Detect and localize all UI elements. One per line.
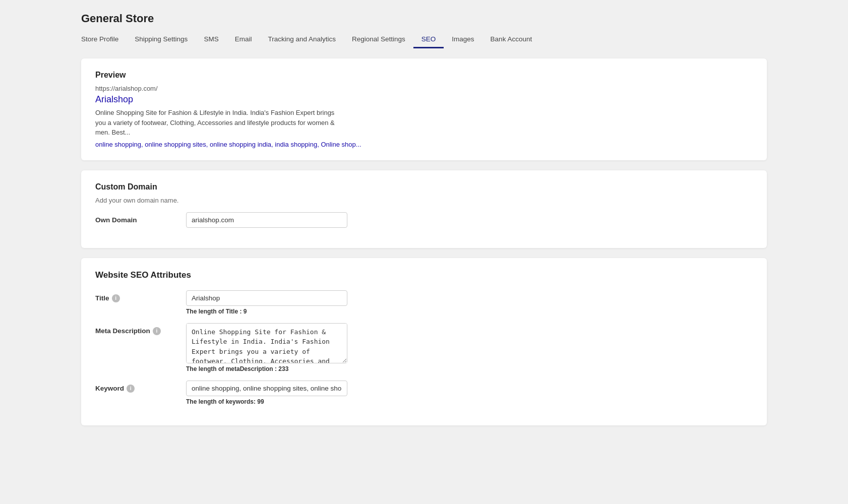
- tab-regional-settings[interactable]: Regional Settings: [344, 31, 413, 48]
- seo-meta-desc-label: Meta Description i: [95, 323, 186, 335]
- tab-email[interactable]: Email: [227, 31, 260, 48]
- tab-store-profile[interactable]: Store Profile: [81, 31, 127, 48]
- keyword-length-hint: The length of keywords: 99: [186, 398, 347, 405]
- seo-meta-desc-textarea[interactable]: Online Shopping Site for Fashion & Lifes…: [186, 323, 347, 363]
- keyword-info-icon[interactable]: i: [127, 385, 135, 393]
- meta-desc-length-hint: The length of metaDescription : 233: [186, 365, 347, 372]
- seo-keyword-label: Keyword i: [95, 381, 186, 393]
- seo-title-row: Title i The length of Title : 9: [95, 290, 753, 315]
- seo-title-input[interactable]: [186, 290, 347, 306]
- seo-meta-desc-field-group: Online Shopping Site for Fashion & Lifes…: [186, 323, 347, 372]
- preview-keywords: online shopping, online shopping sites, …: [95, 141, 753, 148]
- seo-meta-desc-row: Meta Description i Online Shopping Site …: [95, 323, 753, 372]
- tab-images[interactable]: Images: [444, 31, 482, 48]
- seo-title-field-group: The length of Title : 9: [186, 290, 347, 315]
- own-domain-field-group: [186, 212, 347, 228]
- custom-domain-title: Custom Domain: [95, 182, 753, 192]
- nav-tabs: Store Profile Shipping Settings SMS Emai…: [81, 31, 767, 48]
- tab-shipping-settings[interactable]: Shipping Settings: [127, 31, 196, 48]
- title-length-hint: The length of Title : 9: [186, 308, 347, 315]
- own-domain-row: Own Domain: [95, 212, 753, 228]
- store-title: General Store: [81, 12, 767, 25]
- preview-card: Preview https://arialshop.com/ Arialshop…: [81, 58, 767, 160]
- own-domain-input[interactable]: [186, 212, 347, 228]
- seo-keyword-field-group: The length of keywords: 99: [186, 381, 347, 405]
- tab-tracking-analytics[interactable]: Tracking and Analytics: [260, 31, 344, 48]
- preview-description: Online Shopping Site for Fashion & Lifes…: [95, 108, 337, 138]
- preview-url: https://arialshop.com/: [95, 85, 753, 92]
- tab-bank-account[interactable]: Bank Account: [482, 31, 540, 48]
- seo-title-label: Title i: [95, 290, 186, 302]
- tab-sms[interactable]: SMS: [196, 31, 226, 48]
- seo-section-title: Website SEO Attributes: [95, 270, 753, 280]
- preview-title: Preview: [95, 71, 753, 80]
- custom-domain-subtitle: Add your own domain name.: [95, 197, 753, 204]
- title-info-icon[interactable]: i: [112, 294, 120, 302]
- own-domain-label: Own Domain: [95, 212, 186, 224]
- tab-seo[interactable]: SEO: [413, 31, 444, 48]
- seo-keyword-input[interactable]: [186, 381, 347, 396]
- seo-attributes-card: Website SEO Attributes Title i The lengt…: [81, 258, 767, 425]
- meta-desc-info-icon[interactable]: i: [153, 327, 161, 335]
- custom-domain-card: Custom Domain Add your own domain name. …: [81, 170, 767, 248]
- preview-link[interactable]: Arialshop: [95, 94, 753, 105]
- seo-keyword-row: Keyword i The length of keywords: 99: [95, 381, 753, 405]
